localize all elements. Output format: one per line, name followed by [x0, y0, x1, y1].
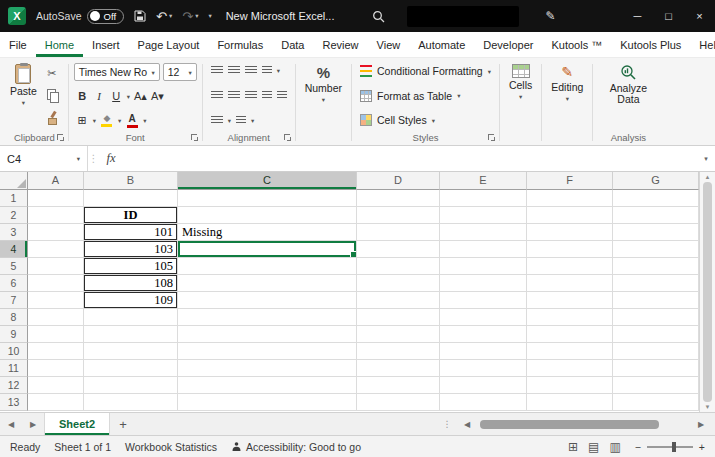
cell-C8[interactable] — [178, 309, 357, 326]
cell-D1[interactable] — [357, 190, 440, 207]
cells-button[interactable]: Cells ▾ — [504, 61, 537, 130]
formula-bar-gripper-icon[interactable]: ⋮ — [88, 146, 99, 171]
cell-F11[interactable] — [527, 360, 613, 377]
fill-color-button[interactable]: ◆ — [100, 114, 114, 127]
cell-F6[interactable] — [527, 275, 613, 292]
cell-B8[interactable] — [84, 309, 178, 326]
cell-A12[interactable] — [28, 377, 84, 394]
cell-F2[interactable] — [527, 207, 613, 224]
vertical-scrollbar[interactable]: ▲ ▼ — [699, 172, 715, 412]
wrap-text-icon[interactable] — [211, 116, 223, 125]
cell-C7[interactable] — [178, 292, 357, 309]
orientation-icon[interactable] — [262, 66, 272, 75]
cell-G4[interactable] — [613, 241, 699, 258]
cell-C9[interactable] — [178, 326, 357, 343]
merge-center-icon[interactable] — [236, 116, 246, 125]
cell-G5[interactable] — [613, 258, 699, 275]
cell-C10[interactable] — [178, 343, 357, 360]
cell-E5[interactable] — [440, 258, 527, 275]
column-header-E[interactable]: E — [440, 172, 527, 190]
cell-G12[interactable] — [613, 377, 699, 394]
bold-button[interactable]: B — [76, 90, 89, 102]
analyze-data-button[interactable]: Analyze Data — [597, 61, 659, 130]
scroll-right-icon[interactable]: ▶ — [690, 420, 712, 429]
row-header-7[interactable]: 7 — [0, 292, 28, 309]
cell-C5[interactable] — [178, 258, 357, 275]
middle-align-icon[interactable] — [228, 66, 240, 75]
cell-C12[interactable] — [178, 377, 357, 394]
cell-A3[interactable] — [28, 224, 84, 241]
cell-A11[interactable] — [28, 360, 84, 377]
cell-A5[interactable] — [28, 258, 84, 275]
cell-F10[interactable] — [527, 343, 613, 360]
cell-C3[interactable]: Missing — [178, 224, 357, 241]
dialog-launcher-icon[interactable] — [191, 134, 198, 141]
cell-G8[interactable] — [613, 309, 699, 326]
cell-D9[interactable] — [357, 326, 440, 343]
cell-D13[interactable] — [357, 394, 440, 411]
chevron-down-icon[interactable]: ▾ — [228, 117, 231, 124]
zoom-slider[interactable] — [647, 446, 693, 448]
cell-F9[interactable] — [527, 326, 613, 343]
normal-view-button[interactable]: ⊞ — [568, 441, 578, 453]
row-header-8[interactable]: 8 — [0, 309, 28, 326]
horizontal-scroll-thumb[interactable] — [480, 420, 659, 429]
vertical-scroll-thumb[interactable] — [703, 182, 712, 402]
formula-input[interactable] — [123, 146, 697, 171]
cell-E1[interactable] — [440, 190, 527, 207]
chevron-down-icon[interactable]: ▾ — [251, 117, 254, 124]
row-header-1[interactable]: 1 — [0, 190, 28, 207]
cell-G10[interactable] — [613, 343, 699, 360]
row-header-10[interactable]: 10 — [0, 343, 28, 360]
cell-A10[interactable] — [28, 343, 84, 360]
tab-home[interactable]: Home — [36, 32, 83, 57]
tab-developer[interactable]: Developer — [474, 32, 542, 57]
cell-D8[interactable] — [357, 309, 440, 326]
cell-G6[interactable] — [613, 275, 699, 292]
cell-D7[interactable] — [357, 292, 440, 309]
cell-E2[interactable] — [440, 207, 527, 224]
row-header-9[interactable]: 9 — [0, 326, 28, 343]
draw-icon[interactable]: ✎ — [545, 9, 555, 23]
cell-C4[interactable] — [178, 241, 357, 258]
cell-B3[interactable]: 101 — [84, 224, 178, 241]
column-header-G[interactable]: G — [613, 172, 699, 190]
cell-F3[interactable] — [527, 224, 613, 241]
zoom-slider-thumb[interactable] — [672, 442, 676, 452]
align-right-icon[interactable] — [245, 91, 257, 100]
scroll-up-icon[interactable]: ▲ — [705, 174, 711, 180]
cell-G2[interactable] — [613, 207, 699, 224]
column-header-D[interactable]: D — [357, 172, 440, 190]
undo-button[interactable]: ↶ ▾ — [156, 10, 172, 23]
sheet-nav-left-icon[interactable]: ◀ — [0, 413, 22, 435]
cell-F13[interactable] — [527, 394, 613, 411]
cell-D5[interactable] — [357, 258, 440, 275]
cell-D4[interactable] — [357, 241, 440, 258]
chevron-down-icon[interactable]: ▾ — [118, 117, 121, 124]
conditional-formatting-button[interactable]: Conditional Formatting ▾ — [356, 61, 495, 81]
tab-formulas[interactable]: Formulas — [208, 32, 272, 57]
cell-F8[interactable] — [527, 309, 613, 326]
excel-app-icon[interactable] — [8, 7, 26, 25]
cell-C13[interactable] — [178, 394, 357, 411]
minimize-button[interactable]: ─ — [622, 0, 653, 32]
row-header-5[interactable]: 5 — [0, 258, 28, 275]
cell-E4[interactable] — [440, 241, 527, 258]
cell-F1[interactable] — [527, 190, 613, 207]
cell-B12[interactable] — [84, 377, 178, 394]
redo-button[interactable]: ↷ ▾ — [182, 10, 198, 23]
column-header-F[interactable]: F — [527, 172, 613, 190]
close-button[interactable]: × — [684, 0, 715, 32]
align-left-icon[interactable] — [211, 91, 223, 100]
row-header-6[interactable]: 6 — [0, 275, 28, 292]
column-header-B[interactable]: B — [84, 172, 178, 190]
cell-D3[interactable] — [357, 224, 440, 241]
column-header-C[interactable]: C — [178, 172, 357, 190]
zoom-in-button[interactable]: + — [699, 441, 705, 453]
cell-D10[interactable] — [357, 343, 440, 360]
borders-button[interactable]: ⊞ — [76, 114, 89, 127]
chevron-down-icon[interactable]: ▾ — [127, 93, 130, 100]
align-center-icon[interactable] — [228, 91, 240, 100]
dialog-launcher-icon[interactable] — [284, 134, 291, 141]
row-header-13[interactable]: 13 — [0, 394, 28, 411]
